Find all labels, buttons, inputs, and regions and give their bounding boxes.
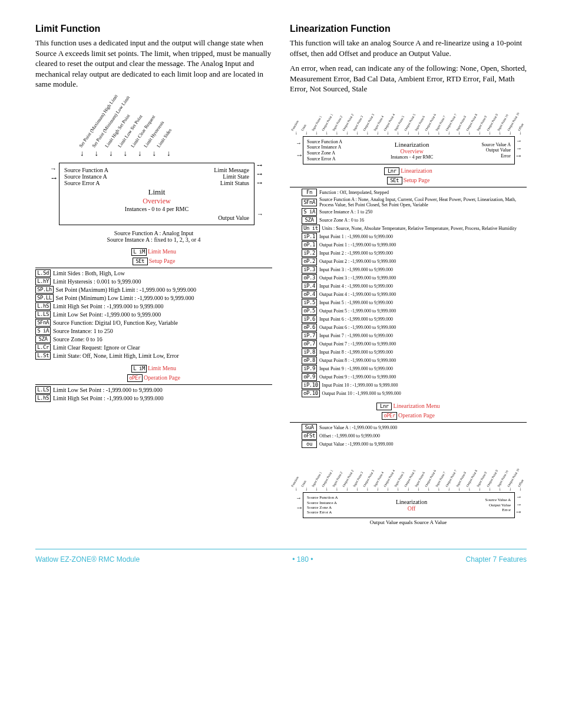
param-label: Output Point 9 : -1,999.000 to 9,999.000	[319, 374, 396, 380]
param-row: L.CrLimit Clear Request: Ignore or Clear	[35, 344, 272, 351]
seg-code: Fn	[302, 189, 317, 196]
seg-code: iP.7	[302, 332, 317, 340]
down-arrow-icon: ↓	[444, 487, 454, 491]
limit-paragraph: This function uses a dedicated input and…	[35, 38, 272, 90]
param-row: iP.3Input Point 3 : -1,999.000 to 9,999.…	[302, 266, 527, 274]
box-text: Source Instance A	[307, 500, 338, 505]
down-arrow-icon: ↓	[515, 487, 525, 491]
box-text: Source Error A	[307, 156, 342, 162]
lin-heading: Linearization Function	[290, 24, 527, 34]
menu-title: Limit Menu	[148, 365, 176, 371]
box-text: Limit Message	[214, 167, 249, 173]
param-label: Source Zone: 0 to 16	[53, 336, 103, 342]
param-row: SZASource Zone: 0 to 16	[35, 335, 272, 343]
param-row: iP.10Input Point 10 : -1,999.000 to 9,99…	[302, 381, 527, 389]
right-column: Linearization Function This function wil…	[290, 24, 527, 525]
down-arrow-icon: ↓	[434, 131, 444, 135]
down-arrow-icon: ↓	[403, 131, 413, 135]
seg-code: Lnr	[376, 403, 392, 410]
box-instances: Instances - 0 to 4 per RMC	[64, 206, 249, 212]
right-arrow-dashed-icon: ⤍	[290, 152, 302, 159]
menu-title: Linearization Menu	[393, 403, 439, 409]
right-arrow-dashed-icon: ⤍	[290, 505, 302, 511]
param-label: Output Point 8 : -1,999.000 to 9,999.000	[319, 358, 396, 363]
param-row: SFnASource Function: Digital I/O, Functi…	[35, 319, 272, 327]
angled-label: Input Point 9	[475, 115, 487, 131]
down-arrow-icon: ↓	[332, 487, 342, 491]
param-row: iP.8Input Point 8 : -1,999.000 to 9,999.…	[302, 348, 527, 356]
box-overview: Overview	[64, 197, 249, 206]
lin-off-box: Source Function A Source Instance A Sour…	[303, 492, 515, 518]
seg-code: L.LS	[35, 311, 51, 318]
param-label: Limit Low Set Point: -1,999.000 to 9,999…	[53, 311, 161, 318]
param-row: L.LSLimit Low Set Point : -1,999.000 to …	[35, 386, 272, 394]
box-text: Source Function A	[64, 167, 108, 173]
menu-page: Operation Page	[144, 374, 180, 381]
param-label: Input Point 6 : -1,999.000 to 9,999.000	[319, 317, 393, 322]
box-text: Limit Status	[214, 180, 249, 186]
lin-setup-params: FnFunction : Off, Interpolated, SteppedS…	[290, 189, 527, 397]
down-arrow-icon: ↓	[383, 487, 393, 491]
down-arrow-icon: ↓	[80, 149, 84, 158]
param-row: oP.6Output Point 6 : -1,999.000 to 9,999…	[302, 324, 527, 331]
right-arrow-dashed-icon: ⤍	[257, 179, 272, 187]
param-row: oP.4Output Point 4 : -1,999.000 to 9,999…	[302, 291, 527, 298]
param-label: Limit Sides : Both, High, Low	[53, 270, 125, 276]
down-arrow-icon: ↓	[393, 487, 403, 491]
lin-overview-box: Source Function A Source Instance A Sour…	[303, 136, 515, 164]
angled-label: Units	[300, 123, 307, 131]
angled-label: Offset	[517, 479, 524, 487]
box-title: Limit	[64, 187, 249, 197]
seg-code: oP.5	[302, 307, 317, 315]
angled-label: Units	[300, 480, 307, 487]
seg-code: oFSt	[302, 432, 317, 440]
param-label: Limit High Set Point : -1,999.000 to 9,9…	[53, 395, 164, 401]
down-arrow-icon: ↓	[495, 487, 505, 491]
param-row: iP.4Input Point 4 : -1,999.000 to 9,999.…	[302, 282, 527, 290]
down-arrow-icon: ↓	[362, 131, 372, 135]
limit-heading: Limit Function	[35, 24, 272, 34]
angled-label: Offset	[517, 123, 524, 131]
seg-code: iP.6	[302, 315, 317, 323]
down-arrow-icon: ↓	[485, 487, 495, 491]
box-instances: Instances - 4 per RMC	[342, 154, 481, 160]
lin-arrow-row-top: ↓↓↓↓↓↓↓↓↓↓↓↓↓↓↓↓↓↓↓↓↓↓↓	[290, 131, 527, 136]
down-arrow-icon: ↓	[372, 131, 382, 135]
param-row: L.hSLimit High Set Point : -1,999.000 to…	[35, 302, 272, 310]
seg-code: iP.5	[302, 299, 317, 307]
param-label: Output Value : -1,999.000 to 9,999.000	[319, 442, 393, 447]
param-row: iP.9Input Point 9 : -1,999.000 to 9,999.…	[302, 365, 527, 373]
lin-oper-params: SuASource Value A : -1,999.000 to 9,999.…	[290, 424, 527, 448]
param-row: oFStOffset : -1,999.000 to 9,999.000	[302, 432, 527, 440]
down-arrow-icon: ↓	[362, 487, 372, 491]
right-arrow-dashed-icon: ⤍	[516, 153, 527, 159]
param-label: Output Point 6 : -1,999.000 to 9,999.000	[319, 325, 396, 330]
seg-code: oP.3	[302, 274, 317, 282]
box-text: Source Function A	[307, 495, 338, 500]
down-arrow-icon: ↓	[291, 131, 301, 135]
seg-code: oP.4	[302, 291, 317, 298]
box-text: Limit State	[214, 173, 249, 180]
footer-page: • 180 •	[292, 555, 313, 564]
param-label: Source Function: Digital I/O, Function K…	[53, 319, 178, 326]
limit-setup-params: L.SdLimit Sides : Both, High, LowL.hYLim…	[35, 269, 272, 360]
param-label: Set Point (Minimum) Low Limit : -1,999.0…	[56, 295, 194, 301]
down-arrow-icon: ↓	[383, 131, 393, 135]
box-text: Error	[481, 153, 511, 159]
box-text: Error	[485, 508, 511, 512]
param-row: S iASource Instance: 1 to 250	[35, 327, 272, 335]
param-row: oP.5Output Point 5 : -1,999.000 to 9,999…	[302, 307, 527, 315]
right-arrow-icon: →	[516, 145, 527, 151]
seg-code: SEt	[387, 177, 402, 185]
down-arrow-icon: ↓	[403, 487, 413, 491]
box-text: Source Zone A	[307, 150, 342, 156]
down-arrow-icon: ↓	[312, 131, 322, 135]
seg-code: SFnA	[302, 199, 317, 206]
limit-box: Source Function A Source Instance A Sour…	[59, 163, 254, 225]
seg-code: SZA	[302, 216, 317, 224]
param-row: oP.8Output Point 8 : -1,999.000 to 9,999…	[302, 357, 527, 364]
limit-menu-setup-header: L iMLimit Menu SEtSetup Page	[35, 246, 272, 265]
param-row: L.hSLimit High Set Point : -1,999.000 to…	[35, 394, 272, 402]
param-label: Input Point 8 : -1,999.000 to 9,999.000	[319, 350, 393, 355]
param-label: Source Function A : None, Analog Input, …	[319, 197, 527, 207]
